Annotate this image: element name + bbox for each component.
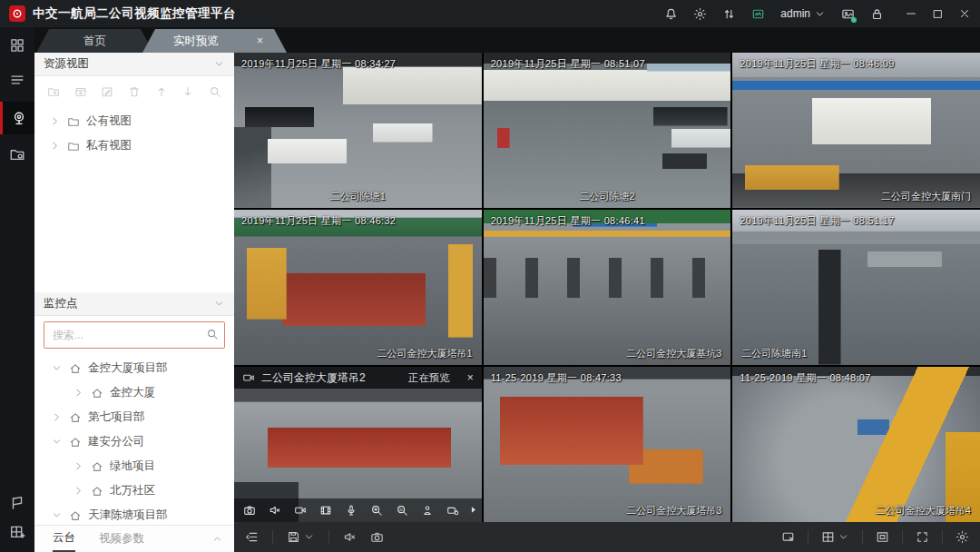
camera-caption: 二公司金控大厦塔吊3 xyxy=(626,504,721,518)
save-icon[interactable] xyxy=(287,530,300,544)
tree-item-public-views[interactable]: 公有视图 xyxy=(34,109,234,133)
tab-ptz[interactable]: 云台 xyxy=(53,527,75,552)
apps-icon[interactable] xyxy=(0,31,34,60)
folder-add-icon[interactable] xyxy=(47,85,60,98)
minimize-icon[interactable] xyxy=(905,7,917,20)
video-tile-6[interactable]: 2019年11月25日 星期一 08:51:17 二公司陈塘南1 xyxy=(732,210,980,365)
record-icon[interactable] xyxy=(294,504,307,517)
statusbar-right xyxy=(781,530,969,544)
zoom-3d-icon[interactable]: 3D xyxy=(396,504,408,517)
chevron-down-icon[interactable] xyxy=(51,509,63,521)
tree-item[interactable]: 金控大厦 xyxy=(34,380,234,405)
video-tile-8[interactable]: 11-25-2019 星期一 08:47:33 二公司金控大厦塔吊3 xyxy=(484,367,731,522)
tree-item[interactable]: 建安分公司 xyxy=(34,429,234,454)
view-add-icon[interactable] xyxy=(74,85,87,98)
timestamp-overlay: 2019年11月25日 星期一 08:51:07 xyxy=(491,57,645,71)
resource-toolbar xyxy=(34,77,234,106)
delete-icon[interactable] xyxy=(128,85,141,98)
camera-caption: 二公司陈塘1 xyxy=(330,190,386,203)
video-tile-5[interactable]: 2019年11月25日 星期一 08:46:41 二公司金控大厦基坑3 xyxy=(484,210,731,365)
gear-icon[interactable] xyxy=(693,7,707,21)
tree-label: 金控大厦项目部 xyxy=(88,360,168,376)
snapshot-icon[interactable] xyxy=(243,504,256,517)
chevron-down-icon xyxy=(303,531,315,543)
bell-icon[interactable] xyxy=(664,7,678,21)
settings-icon[interactable] xyxy=(956,530,969,544)
tab-video-params[interactable]: 视频参数 xyxy=(99,531,144,547)
search-input[interactable] xyxy=(44,321,225,349)
move-up-icon[interactable] xyxy=(155,85,168,98)
chevron-right-icon[interactable] xyxy=(49,115,61,127)
rail-spacer xyxy=(0,169,34,488)
collapse-icon[interactable] xyxy=(213,58,225,70)
search-icon[interactable] xyxy=(206,328,219,340)
move-down-icon[interactable] xyxy=(181,85,194,98)
tab-close-icon[interactable]: × xyxy=(257,34,263,47)
snapshot-all-icon[interactable] xyxy=(370,530,384,544)
layout-menu[interactable] xyxy=(821,530,849,544)
wall-add-icon[interactable] xyxy=(0,518,34,547)
tree-item-private-views[interactable]: 私有视图 xyxy=(34,133,234,158)
tab-home[interactable]: 首页 xyxy=(36,29,153,53)
resource-view-header[interactable]: 资源视图 xyxy=(34,53,234,76)
mute-all-icon[interactable] xyxy=(343,530,357,544)
video-tile-3[interactable]: 2019年11月25日 星期一 08:46:09 二公司金控大厦南门 xyxy=(732,53,980,208)
tree-item[interactable]: 绿地项目 xyxy=(34,454,234,478)
mic-icon[interactable] xyxy=(345,504,358,517)
single-screen-icon[interactable] xyxy=(876,530,889,544)
device-status-icon[interactable] xyxy=(751,7,765,21)
collapse-panel-icon[interactable] xyxy=(211,533,223,545)
playback-icon[interactable] xyxy=(319,504,332,517)
collapse-icon[interactable] xyxy=(213,298,225,310)
tree-item[interactable]: 第七项目部 xyxy=(34,405,234,429)
maximize-icon[interactable] xyxy=(932,8,944,20)
tree-item[interactable]: 天津陈塘项目部 xyxy=(34,503,234,523)
chevron-right-icon[interactable] xyxy=(51,411,63,423)
ptz-config-icon[interactable] xyxy=(446,504,459,517)
video-tile-2[interactable]: 2019年11月25日 星期一 08:51:07 二公司陈塘2 xyxy=(484,53,731,208)
chevron-down-icon[interactable] xyxy=(51,362,63,374)
left-rail xyxy=(0,27,34,552)
svg-text:3D: 3D xyxy=(399,508,404,512)
close-icon[interactable] xyxy=(958,7,971,20)
chevron-right-icon[interactable] xyxy=(73,387,84,399)
stream-list-icon[interactable] xyxy=(245,530,259,544)
divider xyxy=(328,530,329,544)
chevron-right-icon[interactable] xyxy=(49,140,61,152)
save-menu[interactable] xyxy=(287,530,315,544)
folder-config-icon[interactable] xyxy=(0,140,34,169)
chevron-down-icon[interactable] xyxy=(51,436,63,448)
search-icon[interactable] xyxy=(209,85,221,98)
video-tile-9[interactable]: 11-25-2019 星期一 08:48:07 二公司金控大厦塔吊4 xyxy=(732,367,980,522)
tree-item[interactable]: 北万社区 xyxy=(34,478,234,503)
zoom-in-icon[interactable] xyxy=(370,504,383,517)
mute-icon[interactable] xyxy=(269,504,281,517)
more-icon[interactable] xyxy=(467,504,479,516)
video-tile-7-selected[interactable]: 二公司金控大厦塔吊2 正在预览 × 3D xyxy=(234,367,482,522)
admin-menu[interactable]: admin xyxy=(780,7,826,20)
fullscreen-icon[interactable] xyxy=(916,530,929,544)
tile-toolbar: 3D xyxy=(234,498,482,522)
chevron-right-icon[interactable] xyxy=(73,485,84,497)
video-tile-1[interactable]: 2019年11月25日 星期一 08:34:27 二公司陈塘1 xyxy=(234,53,482,208)
lock-icon[interactable] xyxy=(870,7,884,21)
transfer-icon[interactable] xyxy=(722,7,736,21)
status-bar xyxy=(234,522,980,552)
preset-icon[interactable] xyxy=(421,504,434,517)
tree-item[interactable]: 金控大厦项目部 xyxy=(34,356,234,380)
alarm-flag-icon[interactable] xyxy=(0,488,34,518)
monitor-points-header[interactable]: 监控点 xyxy=(34,292,234,316)
titlebar-actions: admin xyxy=(664,7,971,21)
close-all-icon[interactable] xyxy=(781,530,795,544)
site-icon xyxy=(69,362,82,375)
tab-live-preview[interactable]: 实时预览 × xyxy=(142,29,287,53)
divider xyxy=(942,530,943,544)
layout-grid-icon[interactable] xyxy=(821,530,835,544)
video-tile-4[interactable]: 2019年11月25日 星期一 08:46:32 二公司金控大厦塔吊1 xyxy=(234,210,482,365)
menu-icon[interactable] xyxy=(0,65,34,94)
camera-rail-icon[interactable] xyxy=(0,102,34,134)
edit-icon[interactable] xyxy=(101,85,113,98)
capture-status-icon[interactable] xyxy=(841,7,855,21)
chevron-right-icon[interactable] xyxy=(73,460,84,472)
tile-close-icon[interactable]: × xyxy=(467,371,474,384)
